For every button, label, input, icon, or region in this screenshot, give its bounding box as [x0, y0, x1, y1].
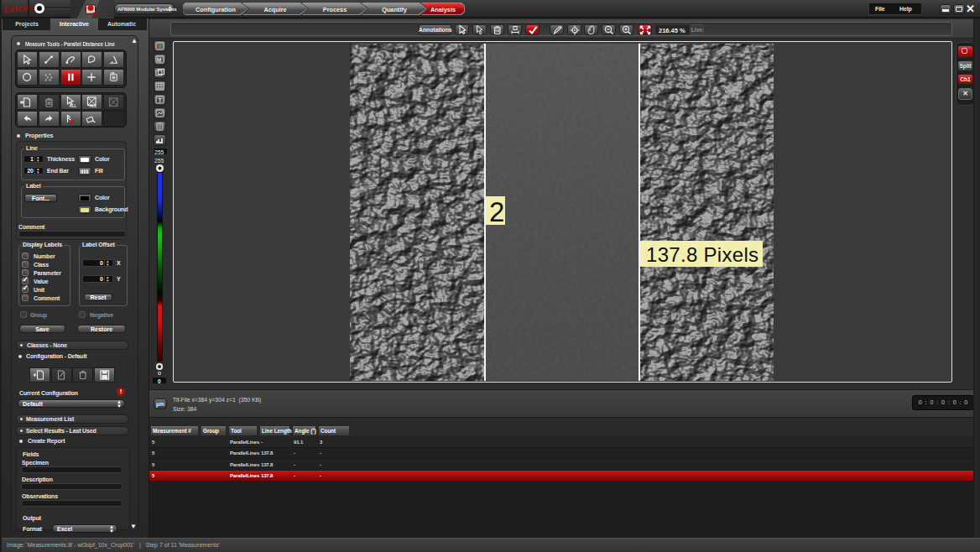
- svg-text:T: T: [159, 97, 163, 103]
- svg-text:ALL: ALL: [90, 104, 97, 108]
- svg-text:ALL: ALL: [69, 104, 76, 108]
- svg-text:M: M: [157, 57, 161, 63]
